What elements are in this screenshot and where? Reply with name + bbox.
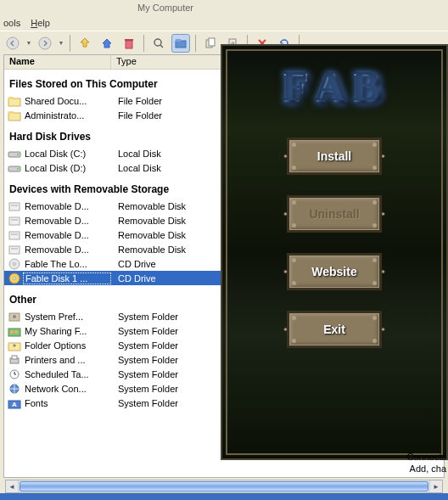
system-folder-icon [6,310,23,323]
svg-rect-2 [126,41,132,48]
svg-rect-11 [8,98,20,106]
svg-line-5 [160,45,163,48]
scroll-right-button[interactable]: ► [429,480,442,492]
menu-help[interactable]: Help [31,18,50,28]
removable-disk-icon [6,199,23,213]
svg-point-35 [14,330,18,334]
disk-icon [6,161,23,175]
svg-point-16 [17,154,19,155]
exit-button[interactable]: Exit [287,311,382,348]
item-type: CD Drive [111,259,156,269]
back-button[interactable] [3,34,22,53]
scheduled-tasks-icon [6,368,23,381]
svg-rect-12 [8,97,14,99]
fable-letter: F [283,63,313,112]
item-name: Fable The Lo... [23,259,111,269]
disk-icon [6,147,23,160]
cd-drive-icon [6,257,23,271]
svg-rect-14 [8,111,14,114]
item-type: Local Disk [111,163,161,173]
item-type: System Folder [111,340,178,351]
home-button[interactable] [98,34,116,53]
exit-label: Exit [323,323,345,336]
folders-button[interactable] [171,34,190,53]
install-button[interactable]: Install [287,138,382,175]
svg-rect-25 [9,246,20,254]
svg-rect-38 [12,356,17,359]
item-name: Removable D... [23,201,111,211]
item-name: System Pref... [23,312,111,322]
titlebar: My Computer [0,0,448,15]
menubar: ools Help [0,15,448,31]
item-name: Removable D... [23,244,111,255]
copy-to-button[interactable] [201,34,220,53]
printers-icon [6,353,23,367]
website-button[interactable]: Website [287,253,382,290]
install-label: Install [317,149,351,163]
item-name: Folder Options [23,340,111,351]
svg-rect-23 [9,232,20,239]
svg-rect-24 [11,233,18,235]
delete-button[interactable] [120,34,138,53]
svg-point-30 [14,277,16,279]
item-name: Network Con... [23,384,111,394]
item-name: Local Disk (D:) [23,163,111,173]
item-name: My Sharing F... [23,326,111,336]
uninstall-button: Uninstall [287,195,382,233]
svg-point-18 [17,168,19,170]
folder-options-icon [6,339,23,352]
svg-rect-7 [176,39,181,42]
item-name: Scheduled Ta... [23,369,111,379]
svg-point-0 [7,37,19,49]
item-type: Local Disk [111,149,161,159]
folder-shared-icon [6,94,23,108]
removable-disk-icon [6,243,23,256]
svg-rect-3 [125,39,133,41]
item-type: Removable Disk [111,201,186,211]
sharing-folder-icon [6,324,23,338]
removable-disk-icon [6,214,23,228]
svg-rect-22 [11,219,18,221]
column-name[interactable]: Name [4,55,111,69]
item-type: System Folder [111,369,178,379]
scroll-left-button[interactable]: ◄ [6,480,19,492]
svg-point-1 [39,37,51,49]
cd-drive-icon [6,272,23,285]
item-type: File Folder [111,96,162,106]
forward-dropdown[interactable]: ▼ [58,40,64,46]
taskbar [0,493,448,500]
item-type: Removable Disk [111,230,186,240]
network-icon [6,382,23,396]
back-dropdown[interactable]: ▼ [25,40,32,46]
fable-letter: A [316,63,350,112]
svg-point-34 [10,330,14,334]
item-type: File Folder [111,110,162,121]
removable-disk-icon [6,228,23,242]
website-label: Website [311,265,356,278]
item-name: Fonts [23,398,111,408]
svg-rect-21 [9,217,20,225]
item-name: Local Disk (C:) [23,149,111,159]
window-title: My Computer [137,3,193,13]
item-type: CD Drive [111,273,156,284]
item-type: System Folder [111,326,178,336]
uninstall-label: Uninstall [309,207,359,221]
horizontal-scrollbar[interactable]: ◄ ► [5,480,443,493]
svg-point-28 [14,262,16,265]
scroll-thumb[interactable] [20,481,428,492]
up-button[interactable] [76,34,94,53]
status-text: Connects Add, cha [407,451,446,475]
item-type: System Folder [111,355,178,365]
svg-rect-26 [11,248,18,250]
svg-point-4 [154,39,161,46]
item-type: System Folder [111,384,178,394]
menu-tools[interactable]: ools [3,18,20,28]
item-type: System Folder [111,398,178,408]
item-name: Administrato... [23,110,111,121]
fonts-icon: A [6,396,23,410]
search-button[interactable] [149,34,168,53]
svg-text:A: A [12,401,17,408]
forward-button[interactable] [36,34,54,53]
folder-user-icon [6,109,23,122]
item-name: Printers and ... [23,355,111,365]
